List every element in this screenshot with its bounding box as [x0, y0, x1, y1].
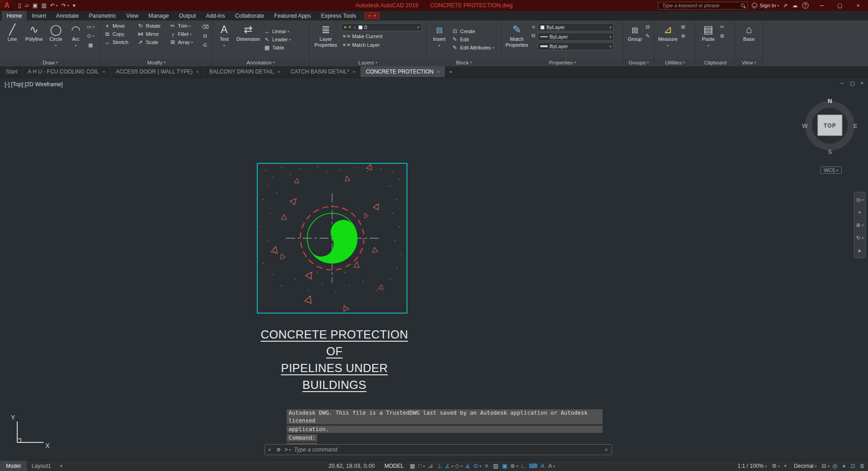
close-tab-icon[interactable]: ×	[103, 69, 105, 74]
ribbon-tab-insert[interactable]: Insert	[27, 11, 51, 20]
viewcube-south[interactable]: S	[828, 148, 832, 155]
panel-label-properties[interactable]: Properties	[502, 59, 623, 66]
viewcube-top-label[interactable]: TOP	[824, 123, 836, 129]
layer-on-icon[interactable]: ●	[344, 25, 346, 29]
properties-list-icon[interactable]: ≡	[531, 24, 535, 29]
copy-clip-icon[interactable]: ⧉	[720, 33, 724, 39]
tray-icon[interactable]: +	[781, 463, 790, 469]
text-button[interactable]: A Text	[214, 22, 234, 48]
edit-block-button[interactable]: ✎Edit	[450, 35, 495, 44]
ellipse-icon[interactable]: ⊙	[87, 33, 94, 39]
search-icon[interactable]	[741, 4, 745, 7]
ribbon-tab-output[interactable]: Output	[174, 11, 201, 20]
maximize-button[interactable]: ▢	[831, 0, 849, 11]
object-color-dropdown[interactable]: ByLayer	[538, 23, 614, 31]
layer-state-b-icon[interactable]: ≋	[347, 34, 351, 39]
polyline-button[interactable]: ∿ Polyline	[23, 22, 45, 42]
file-tab-ahu-fcu-cooling-coil[interactable]: A H U - FCU COOLING COIL×	[23, 66, 111, 77]
panel-label-draw[interactable]: Draw	[0, 59, 100, 66]
model-tab[interactable]: Model	[0, 461, 27, 471]
layer-match-b-icon[interactable]: ≋	[347, 43, 351, 47]
a360-cloud-icon[interactable]: ☁	[792, 2, 798, 9]
linear-button[interactable]: ↔Linear	[262, 27, 292, 35]
file-tab-balcony-drain-detail[interactable]: BALCONY DRAIN DETAIL×	[204, 66, 285, 77]
viewcube-east[interactable]: E	[853, 123, 858, 129]
command-line-bar[interactable]: × ⚙ > ˄	[265, 444, 612, 455]
dynamic-ucs-icon[interactable]: ∟	[519, 463, 528, 469]
array-button[interactable]: ⊞Array	[168, 38, 200, 46]
annotation-scale-button[interactable]: 1:1 / 100%	[734, 463, 770, 469]
layer-state-a-icon[interactable]: ≋	[343, 34, 346, 39]
transparency-icon[interactable]: ▨	[491, 462, 500, 469]
drawing-close-icon[interactable]: ×	[861, 80, 863, 86]
object-snap-icon[interactable]: ⊙	[472, 462, 482, 469]
modify-more-icon[interactable]: ∈	[201, 42, 209, 48]
drawing-caption[interactable]: CONCRETE PROTECTION OF PIPELINES UNDER B…	[253, 326, 416, 393]
panel-label-clipboard[interactable]: Clipboard	[696, 59, 735, 66]
show-motion-icon[interactable]: ▸	[858, 247, 861, 254]
close-tab-icon[interactable]: ×	[196, 69, 199, 74]
file-tab-access-door[interactable]: ACCESS DOOR ( WALL TYPE)×	[111, 66, 204, 77]
move-button[interactable]: ⌖Move	[103, 22, 136, 30]
command-collapse-icon[interactable]: ˄	[601, 447, 612, 452]
search-input[interactable]	[661, 2, 739, 9]
panel-label-modify[interactable]: Modify	[101, 59, 212, 66]
sign-in-button[interactable]: Sign In	[752, 3, 779, 8]
snap-mode-icon[interactable]: ∷	[417, 462, 426, 469]
linetype-dropdown-icon[interactable]	[608, 34, 611, 39]
help-icon[interactable]: ?	[802, 2, 809, 9]
save-icon[interactable]: ▣	[31, 2, 39, 9]
dynamic-input-icon[interactable]: ⌨	[528, 462, 538, 469]
insert-dropdown-icon[interactable]	[438, 42, 440, 48]
object-color-dropdown-icon[interactable]	[608, 25, 611, 30]
polar-tracking-icon[interactable]: ∠	[444, 462, 454, 469]
lineweight-icon[interactable]: ≡	[482, 463, 491, 469]
measure-button[interactable]: ⊿ Measure	[656, 22, 680, 48]
plot-icon[interactable]: ▥	[40, 2, 48, 9]
drawing-restore-icon[interactable]: ▢	[850, 80, 854, 86]
layer-match-a-icon[interactable]: ≋	[343, 43, 346, 47]
linetype-dropdown[interactable]: ByLayer	[538, 33, 614, 41]
app-store-icon[interactable]: ⇗	[783, 2, 788, 9]
ribbon-tab-parametric[interactable]: Parametric	[84, 11, 121, 20]
scale-button[interactable]: ⇗Scale	[136, 38, 168, 46]
insert-button[interactable]: ⧈ Insert	[428, 22, 450, 48]
group-edit-icon[interactable]: ✎	[646, 33, 650, 39]
line-button[interactable]: ╱ Line	[2, 22, 23, 42]
group-button[interactable]: ⧈ Group	[625, 22, 644, 42]
table-button[interactable]: ▦Table	[262, 44, 292, 52]
command-input[interactable]	[291, 446, 601, 453]
explode-icon[interactable]: ⊟	[201, 33, 209, 39]
ribbon-tab-featured-apps[interactable]: Featured Apps	[269, 11, 316, 20]
paste-button[interactable]: ▤ Paste	[698, 22, 719, 48]
measure-dropdown-icon[interactable]	[667, 42, 669, 48]
command-prompt-icon[interactable]: >	[284, 446, 291, 453]
text-dropdown-icon[interactable]	[223, 42, 225, 48]
file-tab-catch-basin-detail[interactable]: CATCH BASIN DETAIL*×	[285, 66, 361, 77]
model-space-button[interactable]: MODEL	[380, 463, 408, 469]
make-current-button[interactable]: ≋≋ Make Current	[341, 33, 423, 40]
panel-label-groups[interactable]: Groups	[623, 59, 654, 66]
ribbon-tab-addins[interactable]: Add-ins	[201, 11, 230, 20]
viewport-visual-style-control[interactable]: [2D Wireframe]	[25, 81, 63, 88]
3d-object-snap-icon[interactable]: ⊛	[509, 462, 519, 469]
viewport-view-control[interactable]: [Top]	[11, 81, 23, 88]
erase-icon[interactable]: ⌫	[201, 24, 209, 30]
zoom-icon[interactable]: ⊕	[856, 222, 864, 228]
lineweight-dropdown-icon[interactable]	[608, 44, 611, 49]
ungroup-icon[interactable]: ⊟	[646, 24, 650, 30]
close-button[interactable]: ×	[849, 0, 867, 11]
panel-label-utilities[interactable]: Utilities	[654, 59, 696, 66]
create-block-button[interactable]: ⊡Create	[450, 27, 495, 35]
dimension-button[interactable]: ⇄ Dimension	[234, 22, 262, 42]
edit-attributes-button[interactable]: ✎Edit Attributes	[450, 44, 495, 52]
command-customize-icon[interactable]: ⚙	[274, 447, 283, 453]
infer-constraints-icon[interactable]: ⊿	[426, 462, 435, 469]
hatch-icon[interactable]: ▦	[87, 42, 94, 48]
grid-icon[interactable]: ▦	[408, 462, 417, 469]
circle-button[interactable]: ◯ Circle	[45, 22, 66, 48]
graphics-performance-icon[interactable]: ⊟	[821, 462, 830, 469]
redo-icon[interactable]: ↷	[60, 2, 70, 9]
viewcube-west[interactable]: W	[802, 123, 808, 129]
layer-properties-button[interactable]: ≣ Layer Properties	[311, 22, 340, 48]
